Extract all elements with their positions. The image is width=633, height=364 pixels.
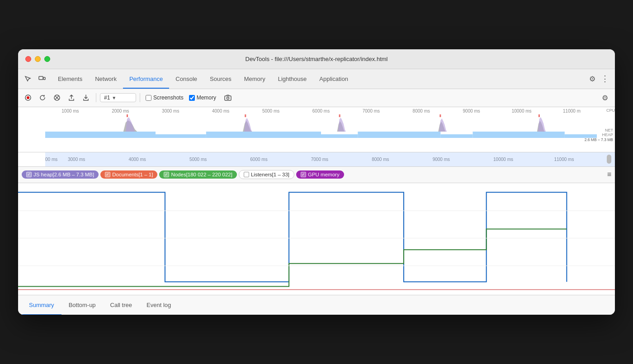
ruler-5000: 5000 ms [189, 157, 250, 162]
svg-rect-17 [339, 114, 340, 117]
tab-call-tree[interactable]: Call tree [103, 295, 139, 315]
reload-button[interactable] [36, 91, 49, 104]
svg-marker-22 [538, 117, 546, 132]
scrollbar-thumb[interactable] [607, 155, 611, 164]
screenshots-checkbox-container[interactable]: Screenshots [146, 95, 184, 101]
legend-documents[interactable]: Documents[1 – 1] [100, 170, 157, 179]
profile-selector[interactable]: #1 ▼ [100, 93, 136, 102]
devtools-menu-icon[interactable]: ⋮ [599, 72, 611, 85]
memory-checkbox[interactable] [189, 95, 195, 101]
tl-label-10000: 10000 ms [496, 109, 547, 113]
legend-nodes[interactable]: Nodes[180 022 – 220 022] [159, 170, 237, 179]
tab-memory[interactable]: Memory [238, 69, 272, 89]
ruler-8000: 8000 ms [372, 157, 432, 162]
device-toolbar-icon[interactable] [36, 73, 48, 85]
bottom-tabs: Summary Bottom-up Call tree Event log [18, 295, 615, 315]
svg-marker-13 [244, 118, 252, 132]
legend-listeners[interactable]: Listeners[1 – 33] [239, 170, 294, 179]
svg-rect-30 [473, 132, 565, 138]
toolbar-settings-icon[interactable]: ⚙ [599, 91, 611, 104]
tab-bar: Elements Network Performance Console Sou… [18, 69, 615, 89]
window-title: DevTools - file:///Users/stmarthe/x-repl… [25, 56, 608, 62]
minimize-button[interactable] [35, 56, 41, 62]
svg-marker-19 [439, 118, 447, 132]
tab-sources[interactable]: Sources [203, 69, 238, 89]
tl-label-7000: 7000 ms [346, 109, 396, 113]
maximize-button[interactable] [44, 56, 50, 62]
svg-marker-16 [338, 118, 346, 132]
cpu-chart-svg [45, 113, 597, 132]
upload-button[interactable] [65, 91, 78, 104]
cpu-label: CPU [597, 109, 615, 113]
ruler-11000: 11000 ms [554, 157, 615, 162]
svg-rect-23 [539, 114, 540, 117]
tab-event-log[interactable]: Event log [139, 295, 178, 315]
toolbar-divider [96, 93, 96, 102]
svg-marker-10 [126, 117, 135, 132]
ruler-3000: 3000 ms [68, 157, 128, 162]
svg-rect-20 [439, 114, 441, 117]
ruler-00ms: 00 ms [45, 157, 68, 162]
svg-point-8 [227, 97, 229, 99]
scrollbar[interactable] [607, 155, 611, 164]
svg-rect-27 [321, 134, 358, 138]
tl-label-9000: 9000 ms [446, 109, 496, 113]
tl-label-6000: 6000 ms [296, 109, 346, 113]
svg-point-3 [27, 96, 29, 99]
tab-console[interactable]: Console [169, 69, 203, 89]
devtools-settings-icon[interactable]: ⚙ [586, 72, 599, 85]
svg-rect-28 [358, 132, 440, 138]
profile-selector-arrow: ▼ [112, 95, 116, 100]
title-bar: DevTools - file:///Users/stmarthe/x-repl… [18, 49, 615, 69]
overview-cpu-chart[interactable] [45, 113, 597, 132]
tab-lighthouse[interactable]: Lighthouse [272, 69, 313, 89]
tl-label-1000: 1000 ms [45, 109, 95, 113]
memory-legend: JS heap[2.6 MB – 7.3 MB] Documents[1 – 1… [18, 167, 615, 183]
download-button[interactable] [80, 91, 92, 104]
legend-menu-icon[interactable]: ≡ [607, 170, 611, 179]
memory-chart[interactable] [18, 183, 615, 295]
screenshots-checkbox[interactable] [146, 95, 151, 101]
nodes-checkbox[interactable] [164, 172, 169, 177]
tab-elements[interactable]: Elements [52, 69, 89, 89]
timeline-ruler[interactable]: 00 ms 3000 ms 4000 ms 5000 ms 6000 ms 70… [18, 152, 615, 167]
listeners-checkbox[interactable] [244, 172, 249, 177]
svg-rect-1 [43, 77, 45, 80]
legend-js-heap[interactable]: JS heap[2.6 MB – 7.3 MB] [22, 170, 99, 179]
toolbar: #1 ▼ Screenshots Memory ⚙ [18, 89, 615, 107]
tab-application[interactable]: Application [313, 69, 354, 89]
svg-rect-24 [45, 132, 156, 138]
tab-bottom-up[interactable]: Bottom-up [61, 295, 103, 315]
tl-label-11000: 11000 m [547, 109, 597, 113]
close-button[interactable] [25, 56, 31, 62]
tab-summary[interactable]: Summary [22, 295, 61, 315]
svg-rect-26 [206, 132, 321, 138]
net-heap-svg [45, 132, 597, 138]
svg-rect-29 [440, 134, 472, 138]
tab-icons [22, 73, 48, 85]
ruler-labels: 00 ms 3000 ms 4000 ms 5000 ms 6000 ms 70… [45, 157, 615, 162]
tl-label-8000: 8000 ms [396, 109, 446, 113]
documents-checkbox[interactable] [105, 172, 110, 177]
svg-rect-25 [156, 134, 206, 138]
overview-area: 1000 ms 2000 ms 3000 ms 4000 ms 5000 ms … [18, 107, 615, 152]
capture-screenshot-button[interactable] [222, 91, 234, 104]
devtools-window: DevTools - file:///Users/stmarthe/x-repl… [18, 49, 615, 315]
js-heap-checkbox[interactable] [26, 172, 32, 177]
svg-rect-7 [225, 96, 231, 100]
ruler-6000: 6000 ms [250, 157, 311, 162]
inspect-icon[interactable] [22, 73, 33, 85]
tab-network[interactable]: Network [89, 69, 123, 89]
gpu-checkbox[interactable] [301, 172, 306, 177]
tl-label-5000: 5000 ms [246, 109, 296, 113]
legend-gpu[interactable]: GPU memory [296, 170, 344, 179]
tl-label-4000: 4000 ms [196, 109, 246, 113]
toolbar-divider2 [140, 93, 140, 102]
record-button[interactable] [22, 91, 34, 104]
ruler-7000: 7000 ms [311, 157, 372, 162]
memory-checkbox-container[interactable]: Memory [189, 95, 216, 101]
clear-button[interactable] [51, 91, 63, 104]
net-heap-area [45, 132, 597, 138]
tab-performance[interactable]: Performance [123, 69, 169, 89]
ruler-9000: 9000 ms [433, 157, 493, 162]
